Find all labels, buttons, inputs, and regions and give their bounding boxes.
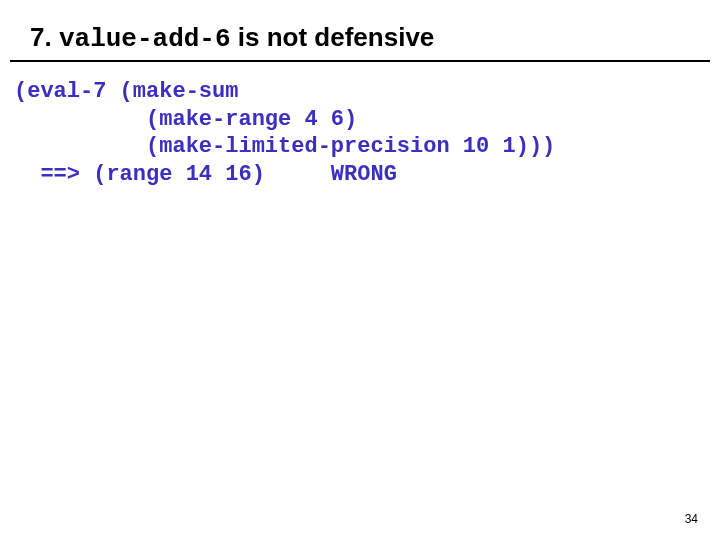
code-line-3: (make-limited-precision 10 1))) [14, 134, 555, 159]
code-line-4: ==> (range 14 16) WRONG [14, 162, 397, 187]
title-underline [10, 60, 710, 62]
title-number: 7. [30, 22, 52, 52]
title-rest: is not defensive [238, 22, 435, 52]
page-number: 34 [685, 512, 698, 526]
title-code: value-add-6 [59, 24, 231, 54]
code-line-2: (make-range 4 6) [14, 107, 357, 132]
code-block: (eval-7 (make-sum (make-range 4 6) (make… [14, 78, 555, 188]
slide: 7. value-add-6 is not defensive (eval-7 … [0, 0, 720, 540]
slide-title: 7. value-add-6 is not defensive [30, 22, 434, 54]
code-line-1: (eval-7 (make-sum [14, 79, 238, 104]
